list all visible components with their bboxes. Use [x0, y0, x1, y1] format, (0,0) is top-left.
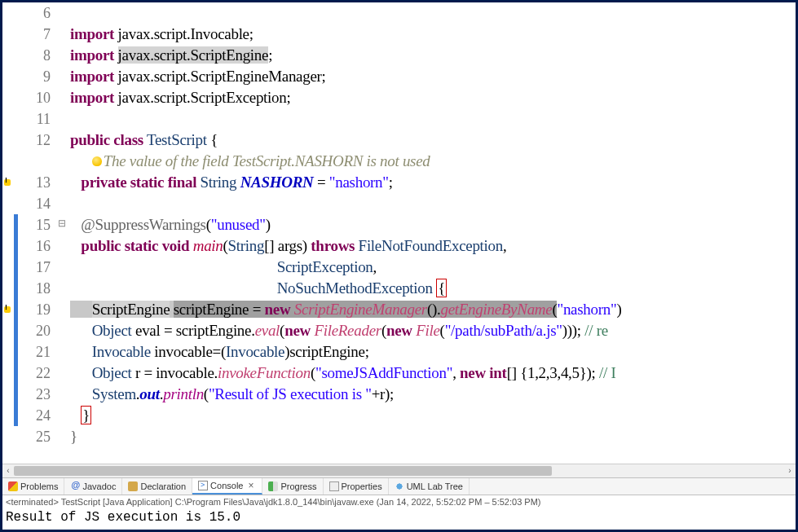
close-icon[interactable]: ×	[245, 480, 256, 491]
views-tab-bar: ProblemsJavadocDeclarationConsole×Progre…	[2, 477, 796, 495]
line-number: 11	[18, 108, 51, 130]
code-line[interactable]: @SuppressWarnings("unused")	[68, 214, 796, 235]
line-number: 18	[18, 278, 51, 299]
line-number: 9	[18, 66, 51, 87]
code-line[interactable]: import javax.script.Invocable;	[68, 24, 796, 45]
line-number: 6	[18, 2, 51, 24]
tab-console[interactable]: Console×	[192, 478, 262, 495]
javadoc-icon	[70, 481, 80, 491]
console-icon	[198, 481, 208, 490]
tab-label: Declaration	[140, 481, 186, 491]
tab-label: UML Lab Tree	[407, 481, 463, 491]
code-line[interactable]: import javax.script.ScriptException;	[68, 87, 796, 108]
tab-properties[interactable]: Properties	[324, 478, 389, 495]
line-number: 7	[18, 24, 51, 45]
tab-label: Properties	[342, 481, 382, 491]
code-line[interactable]: public static void main(String[] args) t…	[68, 235, 796, 257]
code-line[interactable]: The value of the field TestScript.NASHOR…	[68, 151, 796, 172]
marker-column	[2, 2, 14, 464]
code-line[interactable]: Object eval = scriptEngine.eval(new File…	[68, 320, 796, 341]
line-number: 22	[18, 363, 51, 384]
line-number: 10	[18, 87, 51, 108]
tab-progress[interactable]: Progress	[262, 478, 323, 495]
horizontal-scrollbar[interactable]: ‹ ›	[2, 464, 796, 477]
code-line[interactable]	[68, 108, 796, 130]
console-output: Result of JS execution is 15.0	[2, 509, 796, 530]
code-line[interactable]: Invocable invocable=(Invocable)scriptEng…	[68, 341, 796, 363]
properties-icon	[329, 481, 339, 491]
line-number-gutter: 678910111213141516171819202122232425	[18, 2, 57, 464]
line-number: 25	[18, 426, 51, 447]
code-line[interactable]: }	[68, 405, 796, 426]
declaration-icon	[128, 481, 138, 491]
code-line[interactable]	[68, 2, 796, 24]
scroll-right-arrow-icon[interactable]: ›	[785, 466, 795, 476]
problems-icon	[8, 481, 18, 491]
tab-uml-lab-tree[interactable]: UML Lab Tree	[389, 478, 470, 495]
line-number: 24	[18, 405, 51, 426]
fold-toggle-icon[interactable]	[57, 214, 68, 235]
line-number: 14	[18, 193, 51, 214]
code-line[interactable]: Object r = invocable.invokeFunction("som…	[68, 363, 796, 384]
line-number: 12	[18, 130, 51, 151]
tab-label: Progress	[280, 481, 316, 491]
scroll-left-arrow-icon[interactable]: ‹	[3, 466, 13, 476]
console-header: <terminated> TestScript [Java Applicatio…	[2, 495, 796, 509]
line-number: 20	[18, 320, 51, 341]
progress-icon	[268, 481, 278, 491]
warning-marker-icon[interactable]	[2, 299, 14, 320]
code-line[interactable]: NoSuchMethodException {	[68, 278, 796, 299]
code-editor[interactable]: 678910111213141516171819202122232425 imp…	[2, 2, 796, 464]
line-number: 17	[18, 257, 51, 278]
tab-label: Console	[210, 481, 243, 490]
tab-declaration[interactable]: Declaration	[122, 478, 192, 495]
scrollbar-thumb[interactable]	[14, 466, 552, 476]
line-number	[18, 151, 51, 172]
tab-problems[interactable]: Problems	[2, 478, 64, 495]
uml-icon	[395, 481, 404, 491]
code-line[interactable]: import javax.script.ScriptEngineManager;	[68, 66, 796, 87]
code-line[interactable]: System.out.println("Result of JS executi…	[68, 384, 796, 405]
line-number: 15	[18, 214, 51, 235]
code-line[interactable]: import javax.script.ScriptEngine;	[68, 45, 796, 66]
tab-javadoc[interactable]: Javadoc	[64, 478, 122, 495]
line-number: 8	[18, 45, 51, 66]
line-number: 19	[18, 299, 51, 320]
fold-column	[57, 2, 68, 464]
line-number: 16	[18, 235, 51, 257]
code-line[interactable]: ScriptException,	[68, 257, 796, 278]
code-line[interactable]: }	[68, 426, 796, 447]
code-line[interactable]: public class TestScript {	[68, 130, 796, 151]
code-line[interactable]: ScriptEngine scriptEngine = new ScriptEn…	[68, 299, 796, 320]
code-line[interactable]: private static final String NASHORN = "n…	[68, 172, 796, 193]
tab-label: Javadoc	[82, 481, 116, 491]
warning-marker-icon[interactable]	[2, 172, 14, 193]
tab-label: Problems	[20, 481, 58, 491]
code-area[interactable]: import javax.script.Invocable;import jav…	[68, 2, 796, 464]
line-number: 13	[18, 172, 51, 193]
line-number: 23	[18, 384, 51, 405]
code-line[interactable]	[68, 193, 796, 214]
line-number: 21	[18, 341, 51, 363]
